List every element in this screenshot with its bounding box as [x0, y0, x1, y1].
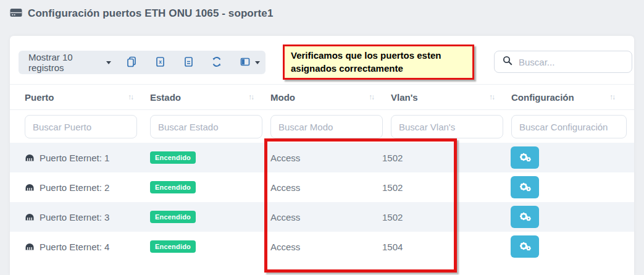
port-label: Puerto Eternet: 1: [40, 153, 109, 163]
cell-estado: Encendido: [140, 181, 261, 193]
port-label: Puerto Eternet: 2: [40, 182, 109, 193]
cell-vlan: 1504: [381, 242, 501, 252]
mode-value: Access: [270, 212, 300, 222]
cell-modo: Access: [261, 242, 381, 252]
search-icon: [502, 55, 513, 69]
filter-configuracion-input[interactable]: [511, 115, 627, 138]
vlan-value: 1504: [382, 242, 403, 252]
vlan-value: 1502: [382, 212, 403, 222]
configure-port-button[interactable]: [511, 235, 539, 258]
cell-estado: Encendido: [140, 240, 261, 253]
cell-configuracion: [501, 146, 622, 169]
cell-puerto: Puerto Eternet: 4: [15, 242, 140, 252]
table-row: Puerto Eternet: 1 Encendido Access 1502: [10, 143, 634, 172]
cell-vlan: 1502: [381, 153, 501, 163]
ethernet-port-icon: [25, 242, 35, 252]
column-header-configuracion[interactable]: Configuración ↑↓: [501, 92, 622, 103]
refresh-button[interactable]: [205, 51, 228, 74]
cell-puerto: Puerto Eternet: 1: [15, 153, 140, 163]
filter-modo-input[interactable]: [270, 115, 383, 138]
columns-icon: [239, 56, 251, 70]
excel-icon: x: [154, 56, 166, 70]
status-badge: Encendido: [150, 151, 196, 164]
file-export-button[interactable]: [177, 51, 200, 74]
configure-port-button[interactable]: [511, 146, 539, 169]
mode-value: Access: [270, 153, 300, 163]
cell-vlan: 1502: [381, 212, 501, 222]
configure-port-button[interactable]: [511, 206, 539, 228]
sort-icon[interactable]: ↑↓: [248, 93, 253, 101]
filter-row: [10, 111, 634, 143]
sort-icon[interactable]: ↑↓: [609, 93, 614, 101]
cell-puerto: Puerto Eternet: 3: [15, 212, 140, 222]
cell-configuracion: [501, 235, 622, 258]
annotation-note: Verificamos que los puertos esten asigna…: [283, 44, 474, 80]
table-row: Puerto Eternet: 4 Encendido Access 1504: [10, 232, 634, 261]
ethernet-port-icon: [25, 182, 35, 193]
ethernet-port-icon: [25, 212, 35, 222]
filter-vlans-input[interactable]: [391, 115, 503, 138]
cell-modo: Access: [261, 182, 381, 193]
port-label: Puerto Eternet: 3: [40, 212, 109, 222]
cell-estado: Encendido: [140, 211, 261, 223]
export-buttons: x: [120, 51, 266, 74]
column-header-vlans[interactable]: Vlan's ↑↓: [381, 92, 501, 103]
cell-configuracion: [501, 176, 622, 198]
chevron-down-icon: [106, 61, 111, 64]
filter-puerto-input[interactable]: [25, 115, 137, 138]
refresh-icon: [211, 56, 223, 70]
column-header-puerto[interactable]: Puerto ↑↓: [15, 92, 140, 103]
sort-icon[interactable]: ↑↓: [489, 93, 494, 101]
sort-icon[interactable]: ↑↓: [369, 93, 374, 101]
cell-vlan: 1502: [381, 182, 501, 193]
port-label: Puerto Eternet: 4: [40, 242, 109, 252]
mode-value: Access: [270, 182, 300, 193]
table-header-row: Puerto ↑↓ Estado ↑↓ Modo ↑↓ Vlan's ↑↓ Co…: [10, 84, 634, 110]
cell-modo: Access: [261, 153, 381, 163]
table-row: Puerto Eternet: 2 Encendido Access 1502: [10, 172, 634, 202]
column-visibility-button[interactable]: [233, 51, 266, 74]
chevron-down-icon: [255, 61, 260, 64]
show-entries-label: Mostrar 10 registros: [28, 52, 101, 73]
table-row: Puerto Eternet: 3 Encendido Access 1502: [10, 202, 634, 232]
status-badge: Encendido: [150, 211, 196, 223]
table-toolbar: Mostrar 10 registros x: [19, 51, 266, 74]
vlan-value: 1502: [382, 182, 403, 193]
device-icon: [10, 8, 22, 20]
file-icon: [182, 56, 194, 70]
copy-button[interactable]: [120, 51, 143, 74]
ethernet-port-icon: [25, 153, 35, 163]
cell-configuracion: [501, 206, 622, 228]
svg-text:x: x: [159, 59, 162, 65]
status-badge: Encendido: [150, 181, 196, 193]
page-header: Configuración puertos ETH ONU 1065 - sop…: [0, 0, 644, 27]
cell-modo: Access: [261, 212, 381, 222]
configure-port-button[interactable]: [511, 176, 539, 198]
table-body: Puerto Eternet: 1 Encendido Access 1502: [10, 143, 634, 261]
cell-estado: Encendido: [140, 151, 261, 164]
excel-button[interactable]: x: [148, 51, 172, 74]
cogs-icon: [519, 151, 532, 164]
global-search: [494, 51, 632, 73]
copy-icon: [125, 56, 138, 70]
cogs-icon: [519, 181, 532, 194]
cogs-icon: [519, 240, 532, 253]
page-title: Configuración puertos ETH ONU 1065 - sop…: [28, 7, 273, 20]
mode-value: Access: [270, 242, 300, 252]
status-badge: Encendido: [150, 240, 196, 253]
column-header-estado[interactable]: Estado ↑↓: [140, 92, 261, 103]
show-entries-dropdown[interactable]: Mostrar 10 registros: [19, 52, 117, 73]
sort-icon[interactable]: ↑↓: [128, 93, 133, 101]
search-input[interactable]: [519, 57, 642, 67]
cogs-icon: [519, 211, 532, 224]
filter-estado-input[interactable]: [150, 115, 262, 138]
vlan-value: 1502: [382, 153, 403, 163]
cell-puerto: Puerto Eternet: 2: [15, 182, 140, 193]
column-header-modo[interactable]: Modo ↑↓: [261, 92, 381, 103]
